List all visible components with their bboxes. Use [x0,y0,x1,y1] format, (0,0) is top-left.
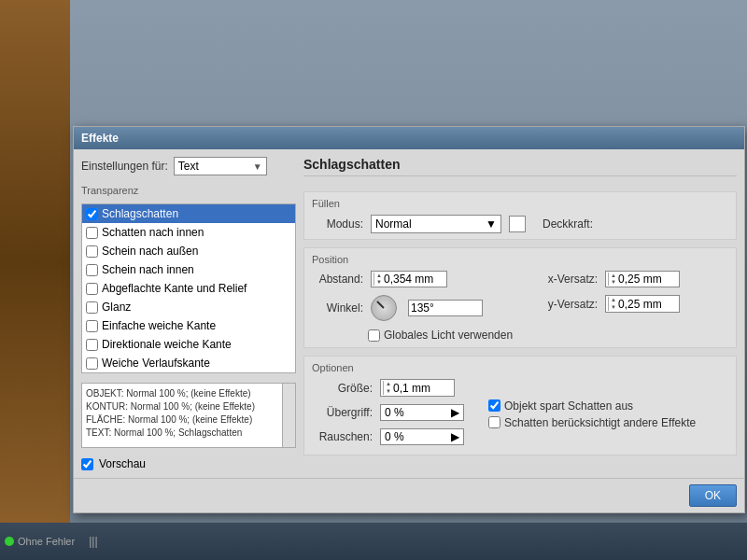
grosse-spin[interactable]: ▲ ▼ [383,381,393,394]
dialog-titlebar: Effekte [74,127,744,149]
y-versatz-input[interactable]: ▲ ▼ [605,295,680,312]
modus-dropdown[interactable]: Normal ▼ [371,215,501,233]
x-versatz-spin[interactable]: ▲ ▼ [608,273,618,286]
dialog-effekte: Effekte Einstellungen für: Text ▼ Transp… [73,126,745,513]
ubergriff-value: 0 % [385,406,404,419]
chevron-down-icon: ▼ [253,161,262,172]
effect-checkbox-schlagschatten[interactable] [86,208,98,220]
up-arrow-icon[interactable]: ▲ [609,297,618,303]
vorschau-checkbox[interactable] [81,458,93,470]
modus-value: Normal [375,217,412,231]
effect-label-abgeflachte: Abgeflachte Kante und Relief [102,282,247,295]
effect-item-weiche[interactable]: Weiche Verlaufskante [82,354,295,372]
deckkraft-label: Deckkraft: [543,217,593,231]
desktop: Effekte Einstellungen für: Text ▼ Transp… [0,0,747,560]
effect-item-schatten-innen[interactable]: Schatten nach innen [82,223,295,242]
taskbar: Ohne Fehler ||| [0,523,747,560]
winkel-field[interactable] [411,301,453,315]
effect-label-schatten-innen: Schatten nach innen [102,226,204,239]
schatten-beruck-row: Schatten berücksichtigt andere Effekte [488,416,696,429]
effect-checkbox-schatten-innen[interactable] [86,227,98,239]
abstand-spin[interactable]: ▲ ▼ [374,273,384,286]
schlagschatten-title: Schlagschatten [303,157,737,176]
optionen-title: Optionen [312,362,728,373]
dialog-body: Einstellungen für: Text ▼ Transparenz Sc… [74,149,744,478]
abstand-input[interactable]: ▲ ▼ [371,271,447,287]
effect-checkbox-direktionale[interactable] [86,339,98,351]
objekt-spart-label: Objekt spart Schatten aus [504,399,633,413]
effect-checkbox-abgeflachte[interactable] [86,283,98,295]
down-arrow-icon[interactable]: ▼ [374,279,384,286]
effect-item-schein-innen[interactable]: Schein nach innen [82,260,295,279]
left-panel [0,0,70,523]
effect-item-schlagschatten[interactable]: Schlagschatten [82,204,295,223]
objekt-spart-row: Objekt spart Schatten aus [488,399,696,413]
effect-item-glanz[interactable]: Glanz [82,298,295,316]
rauschen-row: Rauschen: 0 % ▶ [312,428,464,445]
ubergriff-dropdown[interactable]: 0 % ▶ [380,404,464,421]
grosse-field[interactable] [393,382,444,395]
effect-item-direktionale[interactable]: Direktionale weiche Kante [82,335,295,354]
summary-line-2: KONTUR: Normal 100 %; (keine Effekte) [86,400,276,413]
status-text: Ohne Fehler [18,536,75,547]
summary-line-4: TEXT: Normal 100 %; Schlagschatten [86,427,276,440]
effect-item-einfache[interactable]: Einfache weiche Kante [82,316,295,335]
winkel-input[interactable] [408,300,483,316]
x-versatz-input[interactable]: ▲ ▼ [605,271,680,287]
effect-item-abgeflachte[interactable]: Abgeflachte Kante und Relief [82,279,295,298]
chevron-down-icon: ▼ [486,217,497,231]
effect-checkbox-schein-innen[interactable] [86,264,98,276]
effects-list: Schlagschatten Schatten nach innen Schei… [81,203,296,373]
globales-licht-row: Globales Licht verwenden [368,329,513,342]
y-versatz-row: y-Versatz: ▲ ▼ [546,295,680,312]
status-dot-icon [5,537,14,546]
up-arrow-icon[interactable]: ▲ [609,273,618,279]
rauschen-dropdown[interactable]: 0 % ▶ [380,428,464,445]
summary-content: OBJEKT: Normal 100 %; (keine Effekte) KO… [86,387,291,440]
summary-scrollbar[interactable] [282,384,295,447]
effect-checkbox-schein-aussen[interactable] [86,245,98,258]
schatten-beruck-checkbox[interactable] [488,416,500,428]
left-section: Einstellungen für: Text ▼ Transparenz Sc… [81,157,296,470]
effect-checkbox-glanz[interactable] [86,301,98,314]
ubergriff-label: Übergriff: [312,406,373,419]
settings-row: Einstellungen für: Text ▼ [81,157,296,175]
down-arrow-icon[interactable]: ▼ [609,304,618,311]
settings-dropdown[interactable]: Text ▼ [174,157,267,175]
abstand-row: Abstand: ▲ ▼ [312,271,513,287]
objekt-spart-checkbox[interactable] [488,399,500,412]
right-section: Schlagschatten Füllen Modus: Normal ▼ De… [303,157,737,470]
abstand-field[interactable] [384,273,444,286]
dialog-footer: OK [74,478,744,512]
rauschen-label: Rauschen: [312,430,373,443]
x-versatz-row: x-Versatz: ▲ ▼ [546,271,680,287]
ubergriff-row: Übergriff: 0 % ▶ [312,404,464,421]
effect-checkbox-einfache[interactable] [86,320,98,332]
down-arrow-icon[interactable]: ▼ [609,279,618,286]
effect-label-schein-aussen: Schein nach außen [102,245,198,258]
effect-label-weiche: Weiche Verlaufskante [102,357,210,370]
color-swatch[interactable] [509,216,526,232]
up-arrow-icon[interactable]: ▲ [384,381,393,387]
modus-label: Modus: [312,217,363,231]
x-versatz-label: x-Versatz: [546,273,598,286]
grosse-input[interactable]: ▲ ▼ [380,379,455,396]
winkel-needle [376,301,384,309]
effect-label-schlagschatten: Schlagschatten [102,207,178,220]
effect-label-glanz: Glanz [102,301,131,314]
summary-line-1: OBJEKT: Normal 100 %; (keine Effekte) [86,387,276,400]
down-arrow-icon[interactable]: ▼ [384,388,393,395]
y-versatz-spin[interactable]: ▲ ▼ [608,297,618,310]
rauschen-value: 0 % [385,430,404,443]
globales-licht-checkbox[interactable] [368,329,380,342]
x-versatz-field[interactable] [618,273,669,286]
schatten-beruck-label: Schatten berücksichtigt andere Effekte [504,416,696,429]
effect-item-schein-aussen[interactable]: Schein nach außen [82,242,295,260]
ok-button[interactable]: OK [689,484,737,507]
up-arrow-icon[interactable]: ▲ [374,273,384,279]
winkel-dial[interactable] [371,295,397,321]
chevron-right-icon: ▶ [451,406,459,419]
fullen-title: Füllen [312,198,728,209]
y-versatz-field[interactable] [618,298,669,311]
effect-checkbox-weiche[interactable] [86,357,98,370]
